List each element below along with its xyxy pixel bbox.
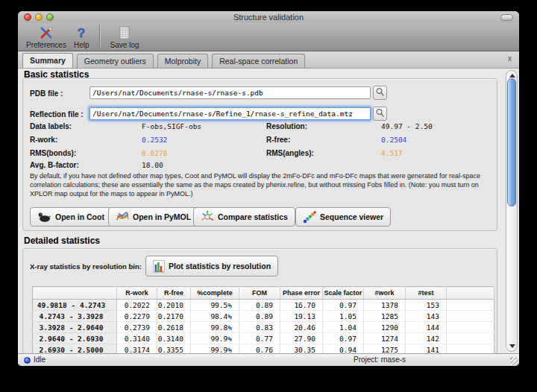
stats-row: RMS(bonds): 0.0278 RMS(angles): 4.517 <box>23 149 497 158</box>
pdb-file-label: PDB file : <box>30 89 63 98</box>
col-header-fom[interactable]: FOM <box>239 287 280 300</box>
open-in-coot-label: Open in Coot <box>55 212 104 221</box>
col-header-test[interactable]: #test <box>406 287 447 300</box>
cell-complete: 99.9% <box>191 344 239 354</box>
table-row[interactable]: 3.3928 - 2.9640 0.2739 0.2618 99.8% 0.83… <box>33 322 494 333</box>
table-row[interactable]: 2.9640 - 2.6930 0.3140 0.3140 99.9% 0.77… <box>33 333 494 344</box>
cell-work: 1290 <box>364 322 406 333</box>
cell-phase-error: 19.13 <box>280 311 323 322</box>
cell-rfree: 0.2170 <box>157 311 191 322</box>
bin-range: 3.3928 - 2.9640 <box>33 322 117 333</box>
vertical-scrollbar[interactable] <box>506 70 518 352</box>
tab-real-space-correlation[interactable]: Real-space correlation <box>212 54 305 68</box>
col-header-filler <box>447 287 494 300</box>
cell-phase-error: 27.90 <box>280 333 323 344</box>
cell-work: 1285 <box>364 311 406 322</box>
cell-phase-error: 30.35 <box>280 344 323 354</box>
tab-bar: Summary Geometry outliers Molprobity Rea… <box>18 51 519 69</box>
avg-b-factor-label: Avg. B-factor: <box>30 161 79 169</box>
magnifier-icon <box>375 108 385 120</box>
col-header-complete[interactable]: %complete <box>191 287 239 300</box>
cell-test: 144 <box>406 322 447 333</box>
r-work-label: R-work: <box>30 136 57 144</box>
col-header-work[interactable]: #work <box>364 287 406 300</box>
col-header-rfree[interactable]: R-free <box>157 287 191 300</box>
open-in-coot-button[interactable]: Open in Coot <box>30 207 112 227</box>
cell-complete: 98.4% <box>191 311 239 322</box>
rms-bonds-value: 0.0278 <box>142 149 167 157</box>
log-document-icon <box>119 25 131 40</box>
tab-summary[interactable]: Summary <box>22 53 73 68</box>
data-labels-label: Data labels: <box>30 122 72 130</box>
sequence-viewer-button[interactable]: Sequence viewer <box>295 207 391 227</box>
stats-row: Data labels: F-obs,SIGF-obs Resolution: … <box>23 122 497 131</box>
resize-grip[interactable] <box>510 357 518 365</box>
cell-fom: 0.76 <box>239 344 280 354</box>
browse-reflection-button[interactable] <box>373 107 387 121</box>
stats-row: R-work: 0.2532 R-free: 0.2504 <box>23 136 497 145</box>
scroll-down-icon[interactable] <box>509 344 515 348</box>
tab-geometry-outliers[interactable]: Geometry outliers <box>77 54 154 68</box>
cell-filler <box>447 311 494 322</box>
cell-work: 1378 <box>364 300 406 311</box>
cell-complete: 99.8% <box>191 322 239 333</box>
status-text: Idle <box>34 355 45 364</box>
help-label: Help <box>74 41 90 49</box>
toolbar: Preferences ? Help <box>18 23 519 51</box>
save-log-button[interactable]: Save log <box>107 23 143 49</box>
scrollbar-thumb[interactable] <box>507 78 516 206</box>
svg-text:?: ? <box>78 26 85 40</box>
question-mark-icon: ? <box>75 25 87 40</box>
cell-rfree: 0.3355 <box>157 344 191 354</box>
tab-strip: Summary Geometry outliers Molprobity Rea… <box>22 53 309 68</box>
tab-molprobity[interactable]: Molprobity <box>157 54 208 68</box>
plot-statistics-button[interactable]: Plot statistics by resolution <box>145 256 278 276</box>
cell-filler <box>447 322 494 333</box>
toolbar-toggle-button[interactable] <box>500 14 513 21</box>
detailed-statistics-group: X-ray statistics by resolution bin: Plot… <box>22 248 497 353</box>
tab-close-icon[interactable]: x <box>508 54 512 63</box>
title-bar[interactable]: Structure validation <box>18 11 519 24</box>
table-row[interactable]: 49.9818 - 4.2743 0.2022 0.2010 99.5% 0.8… <box>33 300 494 311</box>
bar-chart-icon <box>153 260 165 273</box>
col-header-phase-error[interactable]: Phase error <box>280 287 323 300</box>
sequence-viewer-label: Sequence viewer <box>320 212 383 221</box>
cell-test: 153 <box>406 300 447 311</box>
data-labels-value: F-obs,SIGF-obs <box>142 122 201 130</box>
table-row[interactable]: 2.6930 - 2.5000 0.3174 0.3355 99.9% 0.76… <box>33 344 494 354</box>
cell-complete: 99.9% <box>191 333 239 344</box>
preferences-button[interactable]: Preferences <box>22 23 70 49</box>
reflection-file-input[interactable] <box>90 107 371 120</box>
pdb-file-input[interactable] <box>90 86 371 99</box>
open-in-pymol-button[interactable]: Open in PyMOL <box>108 207 198 227</box>
resolution-value: 49.97 - 2.50 <box>381 122 433 130</box>
plot-statistics-label: Plot statistics by resolution <box>169 262 271 271</box>
col-header-rwork[interactable]: R-work <box>117 287 157 300</box>
cell-scale-factor: 0.94 <box>323 344 364 354</box>
rms-angles-value: 4.517 <box>381 149 403 157</box>
pymol-ribbon-icon <box>116 211 129 223</box>
resolution-bin-label: X-ray statistics by resolution bin: <box>30 262 142 271</box>
rms-bonds-label: RMS(bonds): <box>30 149 76 157</box>
scroll-up-icon[interactable] <box>509 74 515 78</box>
r-free-value: 0.2504 <box>381 136 406 144</box>
compare-statistics-button[interactable]: Compare statistics <box>193 207 295 227</box>
basic-statistics-group: PDB file : Reflection file : <box>22 78 497 231</box>
cell-filler <box>447 333 494 344</box>
browse-pdb-button[interactable] <box>373 86 387 100</box>
cell-rwork: 0.2022 <box>117 300 157 311</box>
cell-filler <box>447 344 494 354</box>
cell-scale-factor: 0.97 <box>323 300 364 311</box>
cell-rfree: 0.2618 <box>157 322 191 333</box>
rms-angles-label: RMS(angles): <box>266 149 314 157</box>
structure-validation-window: Structure validation Preferences ? Help <box>18 11 519 366</box>
window-title: Structure validation <box>18 13 519 22</box>
col-header-bin[interactable] <box>33 287 117 300</box>
cell-fom: 0.77 <box>239 333 280 344</box>
col-header-scale-factor[interactable]: Scale factor <box>323 287 364 300</box>
table-header-row: R-work R-free %complete FOM Phase error … <box>33 287 494 300</box>
cell-fom: 0.83 <box>239 322 280 333</box>
table-row[interactable]: 4.2743 - 3.3928 0.2279 0.2170 98.4% 0.89… <box>33 311 494 322</box>
help-button[interactable]: ? Help <box>70 23 93 49</box>
cell-test: 142 <box>406 333 447 344</box>
